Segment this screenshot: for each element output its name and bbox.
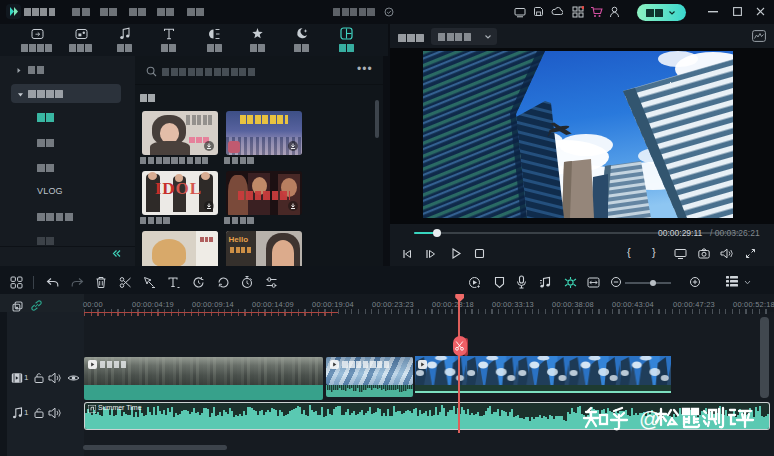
svg-text:@: @ <box>639 407 660 430</box>
